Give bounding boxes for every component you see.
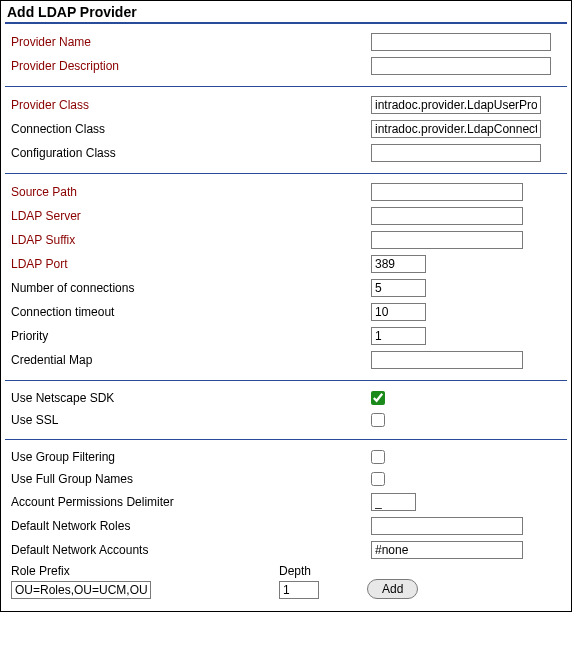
row-connection-timeout: Connection timeout (11, 300, 561, 324)
divider (5, 439, 567, 440)
row-provider-description: Provider Description (11, 54, 561, 78)
num-connections-label: Number of connections (11, 281, 371, 295)
source-path-label: Source Path (11, 185, 371, 199)
add-button[interactable]: Add (367, 579, 418, 599)
row-configuration-class: Configuration Class (11, 141, 561, 165)
credential-map-label: Credential Map (11, 353, 371, 367)
ldap-port-label: LDAP Port (11, 257, 371, 271)
row-account-permissions-delimiter: Account Permissions Delimiter (11, 490, 561, 514)
row-default-network-roles: Default Network Roles (11, 514, 561, 538)
section-sdk-ssl: Use Netscape SDK Use SSL (5, 387, 567, 431)
row-role-prefix: Role Prefix Depth Add (5, 562, 567, 601)
source-path-input[interactable] (371, 183, 523, 201)
connection-timeout-label: Connection timeout (11, 305, 371, 319)
configuration-class-label: Configuration Class (11, 146, 371, 160)
ldap-port-input[interactable] (371, 255, 426, 273)
section-groups-defaults: Use Group Filtering Use Full Group Names… (5, 446, 567, 562)
use-ssl-label: Use SSL (11, 413, 371, 427)
add-ldap-provider-form: Add LDAP Provider Provider Name Provider… (0, 0, 572, 612)
use-ssl-checkbox[interactable] (371, 413, 385, 427)
row-use-group-filtering: Use Group Filtering (11, 446, 561, 468)
row-ldap-server: LDAP Server (11, 204, 561, 228)
row-source-path: Source Path (11, 180, 561, 204)
row-num-connections: Number of connections (11, 276, 561, 300)
depth-input[interactable] (279, 581, 319, 599)
divider (5, 380, 567, 381)
use-full-group-names-label: Use Full Group Names (11, 472, 371, 486)
default-network-accounts-label: Default Network Accounts (11, 543, 371, 557)
default-network-roles-input[interactable] (371, 517, 523, 535)
row-use-full-group-names: Use Full Group Names (11, 468, 561, 490)
default-network-accounts-input[interactable] (371, 541, 523, 559)
role-prefix-label: Role Prefix (11, 564, 271, 581)
default-network-roles-label: Default Network Roles (11, 519, 371, 533)
provider-name-input[interactable] (371, 33, 551, 51)
divider (5, 22, 567, 24)
section-connection: Source Path LDAP Server LDAP Suffix LDAP… (5, 180, 567, 372)
role-prefix-input[interactable] (11, 581, 151, 599)
divider (5, 173, 567, 174)
use-netscape-sdk-label: Use Netscape SDK (11, 391, 371, 405)
row-ldap-port: LDAP Port (11, 252, 561, 276)
row-provider-name: Provider Name (11, 30, 561, 54)
row-default-network-accounts: Default Network Accounts (11, 538, 561, 562)
ldap-suffix-label: LDAP Suffix (11, 233, 371, 247)
row-ldap-suffix: LDAP Suffix (11, 228, 561, 252)
section-provider-identity: Provider Name Provider Description (5, 30, 567, 78)
divider (5, 86, 567, 87)
connection-class-input[interactable] (371, 120, 541, 138)
page-title: Add LDAP Provider (5, 1, 567, 22)
account-permissions-delimiter-input[interactable] (371, 493, 416, 511)
credential-map-input[interactable] (371, 351, 523, 369)
provider-class-input[interactable] (371, 96, 541, 114)
provider-description-input[interactable] (371, 57, 551, 75)
row-use-netscape-sdk: Use Netscape SDK (11, 387, 561, 409)
account-permissions-delimiter-label: Account Permissions Delimiter (11, 495, 371, 509)
priority-label: Priority (11, 329, 371, 343)
row-connection-class: Connection Class (11, 117, 561, 141)
depth-label: Depth (279, 564, 359, 581)
row-use-ssl: Use SSL (11, 409, 561, 431)
ldap-server-input[interactable] (371, 207, 523, 225)
ldap-server-label: LDAP Server (11, 209, 371, 223)
use-group-filtering-checkbox[interactable] (371, 450, 385, 464)
row-credential-map: Credential Map (11, 348, 561, 372)
provider-class-label: Provider Class (11, 98, 371, 112)
provider-description-label: Provider Description (11, 59, 371, 73)
row-priority: Priority (11, 324, 561, 348)
connection-class-label: Connection Class (11, 122, 371, 136)
use-netscape-sdk-checkbox[interactable] (371, 391, 385, 405)
use-group-filtering-label: Use Group Filtering (11, 450, 371, 464)
row-provider-class: Provider Class (11, 93, 561, 117)
connection-timeout-input[interactable] (371, 303, 426, 321)
num-connections-input[interactable] (371, 279, 426, 297)
provider-name-label: Provider Name (11, 35, 371, 49)
use-full-group-names-checkbox[interactable] (371, 472, 385, 486)
ldap-suffix-input[interactable] (371, 231, 523, 249)
section-classes: Provider Class Connection Class Configur… (5, 93, 567, 165)
priority-input[interactable] (371, 327, 426, 345)
configuration-class-input[interactable] (371, 144, 541, 162)
